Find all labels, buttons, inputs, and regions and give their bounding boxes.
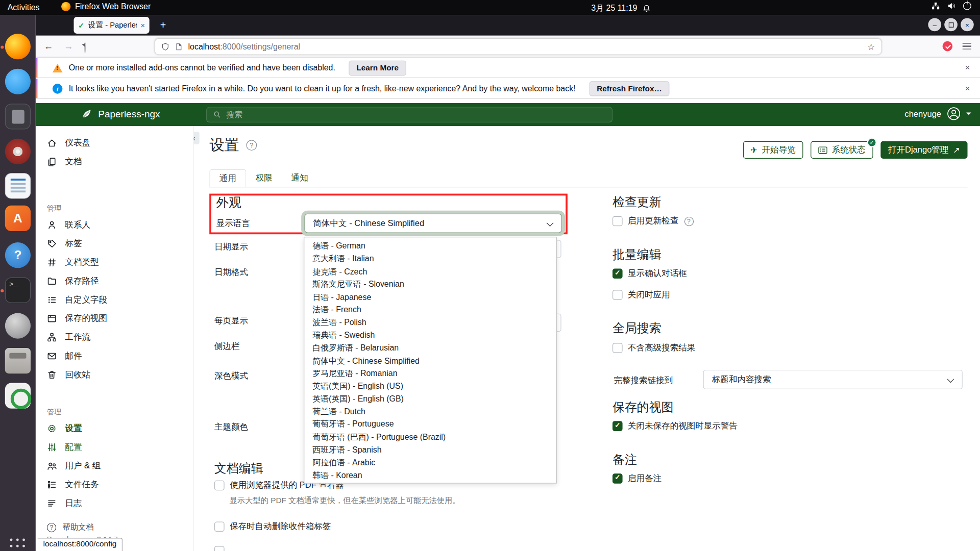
language-option[interactable]: 德语 - German bbox=[304, 240, 556, 253]
sidebar-item-mail[interactable]: 邮件 bbox=[36, 347, 193, 366]
language-option[interactable]: 韩语 - Korean bbox=[304, 469, 556, 482]
apply-on-close-row: 关闭时应用 bbox=[612, 289, 670, 300]
forward-icon[interactable]: → bbox=[64, 41, 73, 52]
language-option[interactable]: 荷兰语 - Dutch bbox=[304, 406, 556, 418]
browser-tab[interactable]: ✓ 设置 - Paperless-ngx × bbox=[74, 17, 149, 34]
search-input[interactable]: 搜索 bbox=[206, 107, 612, 122]
language-option[interactable]: 葡萄牙语 - Portuguese bbox=[304, 418, 556, 431]
language-option[interactable]: 罗马尼亚语 - Romanian bbox=[304, 367, 556, 380]
sidebar-item-person[interactable]: 联系人 bbox=[36, 215, 193, 234]
language-option[interactable]: 简体中文 - Chinese Simplified bbox=[304, 355, 556, 367]
apply-on-close-checkbox[interactable] bbox=[612, 290, 622, 299]
language-option[interactable]: 日语 - Japanese bbox=[304, 291, 556, 304]
learn-more-button[interactable]: Learn More bbox=[349, 60, 406, 75]
dock-tools-icon[interactable] bbox=[5, 383, 31, 409]
app-brand[interactable]: Paperless-ngx bbox=[81, 108, 160, 120]
window-maximize-button[interactable] bbox=[944, 18, 958, 32]
sidebar-item-gear[interactable]: 设置 bbox=[36, 419, 193, 438]
language-option[interactable]: 白俄罗斯语 - Belarusian bbox=[304, 342, 556, 355]
dock-sphere-icon[interactable] bbox=[5, 313, 31, 338]
confirm-dialog-checkbox[interactable] bbox=[612, 269, 622, 279]
network-icon[interactable] bbox=[931, 2, 940, 10]
dock-chat-icon[interactable] bbox=[5, 69, 31, 94]
refresh-firefox-button[interactable]: Refresh Firefox… bbox=[589, 81, 669, 96]
page-icon[interactable] bbox=[175, 42, 183, 51]
pdf-viewer-checkbox[interactable] bbox=[214, 481, 224, 490]
update-check-checkbox[interactable] bbox=[612, 216, 622, 226]
user-menu[interactable]: chenyuge bbox=[904, 107, 971, 120]
window-minimize-button[interactable]: – bbox=[928, 18, 941, 32]
shield-icon[interactable] bbox=[161, 42, 169, 51]
dock-firefox-icon[interactable] bbox=[5, 34, 31, 59]
sidebar-item-tag[interactable]: 标签 bbox=[36, 234, 193, 253]
tab-general[interactable]: 通用 bbox=[209, 169, 246, 188]
back-icon[interactable]: ← bbox=[44, 41, 53, 52]
sidebar-item-logs[interactable]: 日志 bbox=[36, 494, 193, 513]
display-language-select[interactable]: 简体中文 - Chinese Simplified bbox=[304, 214, 561, 233]
question-icon[interactable]: ? bbox=[684, 216, 693, 226]
dock-writer-icon[interactable] bbox=[5, 173, 31, 198]
sidebar-item-folder[interactable]: 保存路径 bbox=[36, 272, 193, 291]
dock-software-store-icon[interactable]: A bbox=[5, 206, 31, 231]
sidebar-item-fields[interactable]: 自定义字段 bbox=[36, 290, 193, 309]
bookmark-star-icon[interactable]: ☆ bbox=[867, 41, 875, 52]
apply-on-close-label: 关闭时应用 bbox=[628, 289, 670, 300]
chevron-down-icon bbox=[547, 219, 554, 227]
language-option[interactable]: 波兰语 - Polish bbox=[304, 316, 556, 329]
dock-media-player-icon[interactable] bbox=[5, 139, 31, 164]
sidebar-item-tasks[interactable]: 文件任务 bbox=[36, 475, 193, 494]
window-close-button[interactable]: × bbox=[961, 18, 974, 32]
sidebar-item-workflow[interactable]: 工作流 bbox=[36, 328, 193, 347]
close-icon[interactable]: × bbox=[965, 83, 970, 93]
dock-help-icon[interactable]: ? bbox=[5, 242, 31, 268]
partial-checkbox[interactable] bbox=[214, 546, 224, 551]
language-option[interactable]: 瑞典语 - Swedish bbox=[304, 329, 556, 342]
language-option[interactable]: 法语 - French bbox=[304, 304, 556, 316]
advanced-results-checkbox[interactable] bbox=[612, 343, 622, 353]
url-bar[interactable]: localhost:8000/settings/general ☆ bbox=[155, 39, 881, 55]
reload-icon[interactable] bbox=[84, 42, 85, 54]
sidebar-item-users[interactable]: 用户 & 组 bbox=[36, 457, 193, 475]
help-icon[interactable]: ? bbox=[246, 140, 257, 151]
sidebar-item-home[interactable]: 仪表盘 bbox=[36, 134, 193, 153]
app-header: Paperless-ngx 搜索 chenyuge bbox=[36, 103, 980, 126]
notification-stripe bbox=[36, 79, 38, 98]
clock[interactable]: 3月 25 11:19 bbox=[591, 3, 651, 14]
full-search-select[interactable]: 标题和内容搜索 bbox=[703, 370, 963, 389]
show-apps-icon[interactable] bbox=[10, 539, 27, 551]
tab-notifications[interactable]: 通知 bbox=[282, 169, 317, 187]
activities-button[interactable]: Activities bbox=[8, 3, 40, 12]
enable-notes-checkbox[interactable] bbox=[612, 473, 622, 483]
language-option[interactable]: 阿拉伯语 - Arabic bbox=[304, 457, 556, 469]
new-tab-button[interactable]: + bbox=[156, 19, 170, 33]
dock-files-icon[interactable] bbox=[5, 104, 31, 129]
dock-terminal-icon[interactable]: >_ bbox=[5, 278, 31, 303]
inbox-tags-checkbox[interactable] bbox=[214, 522, 224, 532]
power-icon[interactable] bbox=[963, 2, 971, 10]
tab-close-icon[interactable]: × bbox=[140, 21, 145, 30]
pocket-icon[interactable] bbox=[943, 41, 953, 52]
sidebar-item-docs[interactable]: 文档 bbox=[36, 153, 193, 171]
sidebar-item-views[interactable]: 保存的视图 bbox=[36, 309, 193, 328]
language-option[interactable]: 西班牙语 - Spanish bbox=[304, 444, 556, 457]
language-option[interactable]: 英语(美国) - English (US) bbox=[304, 380, 556, 393]
sidebar-item-trash[interactable]: 回收站 bbox=[36, 365, 193, 384]
language-option[interactable]: 斯洛文尼亚语 - Slovenian bbox=[304, 278, 556, 291]
app-menu[interactable]: Firefox Web Browser bbox=[61, 2, 151, 11]
firefox-icon bbox=[61, 2, 70, 11]
sidebar-collapse-button[interactable]: « bbox=[194, 132, 200, 144]
sidebar-item-sliders[interactable]: 配置 bbox=[36, 438, 193, 457]
tab-permissions[interactable]: 权限 bbox=[246, 169, 282, 187]
avatar-icon bbox=[947, 107, 961, 120]
language-option[interactable]: 葡萄牙语 (巴西) - Portuguese (Brazil) bbox=[304, 431, 556, 444]
unsaved-warning-checkbox[interactable] bbox=[612, 421, 622, 431]
dock-disk-icon[interactable] bbox=[5, 348, 31, 373]
language-option[interactable]: 捷克语 - Czech bbox=[304, 265, 556, 278]
close-icon[interactable]: × bbox=[965, 62, 970, 72]
sidebar-item-help[interactable]: ?帮助文档 bbox=[36, 521, 193, 534]
language-option[interactable]: 意大利语 - Italian bbox=[304, 253, 556, 265]
volume-icon[interactable] bbox=[947, 2, 956, 10]
language-option[interactable]: 英语(英国) - English (GB) bbox=[304, 393, 556, 406]
sidebar-item-hash[interactable]: 文档类型 bbox=[36, 253, 193, 272]
menu-icon[interactable] bbox=[963, 43, 971, 49]
